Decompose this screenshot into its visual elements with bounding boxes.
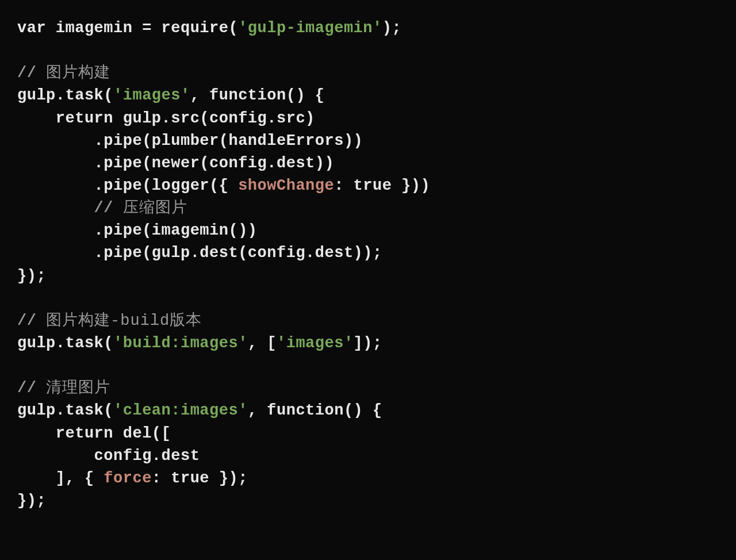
code-token: ], { bbox=[17, 470, 103, 487]
code-token: ); bbox=[382, 20, 401, 37]
code-token: , function() { bbox=[190, 87, 325, 104]
comment: // 清理图片 bbox=[17, 379, 110, 397]
code-token: gulp.task( bbox=[17, 402, 113, 419]
code-token: ]); bbox=[354, 335, 382, 352]
code-line: .pipe(imagemin()) bbox=[17, 222, 258, 239]
code-token: , function() { bbox=[248, 402, 382, 419]
code-line: }); bbox=[17, 267, 46, 285]
comment: // 图片构建-build版本 bbox=[17, 312, 202, 329]
code-line: return gulp.src(config.src) bbox=[17, 110, 315, 127]
code-line: .pipe(plumber(handleErrors)) bbox=[17, 132, 363, 149]
code-token: var imagemin = require( bbox=[17, 20, 238, 37]
property-name: showChange bbox=[238, 177, 334, 194]
code-token: : true }); bbox=[152, 470, 248, 487]
property-name: force bbox=[103, 470, 152, 487]
string-literal: 'clean:images' bbox=[113, 402, 248, 419]
comment: // 压缩图片 bbox=[17, 200, 187, 217]
string-literal: 'build:images' bbox=[113, 335, 248, 352]
code-token: : true })) bbox=[334, 177, 430, 194]
code-token: , [ bbox=[248, 335, 277, 352]
code-block: var imagemin = require('gulp-imagemin');… bbox=[17, 17, 719, 512]
code-line: .pipe(gulp.dest(config.dest)); bbox=[17, 244, 382, 262]
code-line: .pipe(newer(config.dest)) bbox=[17, 155, 334, 172]
code-line: }); bbox=[17, 492, 46, 509]
code-token: gulp.task( bbox=[17, 87, 113, 104]
comment: // 图片构建 bbox=[17, 64, 110, 82]
code-line: return del([ bbox=[17, 425, 171, 442]
string-literal: 'images' bbox=[277, 335, 354, 352]
code-token: .pipe(logger({ bbox=[17, 177, 238, 194]
code-token: gulp.task( bbox=[17, 335, 113, 352]
string-literal: 'images' bbox=[113, 87, 190, 104]
code-line: config.dest bbox=[17, 447, 200, 465]
string-literal: 'gulp-imagemin' bbox=[238, 20, 382, 37]
